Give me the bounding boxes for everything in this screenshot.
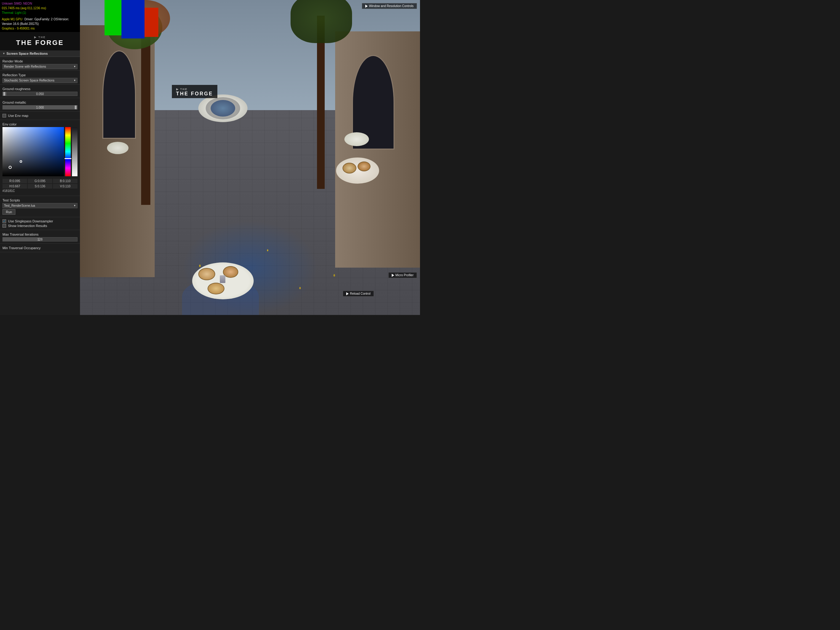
env-color-section: Env color (0, 120, 80, 196)
panel-header[interactable]: ▼ Screen Space Reflections (0, 51, 80, 57)
run-button[interactable]: Run (2, 209, 15, 215)
reflection-type-value: Stochastic Screen Space Reflections (4, 79, 54, 82)
reload-control-label: Reload Control (350, 292, 371, 295)
debug-ms: 015.7405 ms (avg 011.1236 ms) (2, 6, 78, 11)
ground-roughness-slider[interactable]: 0.050 (2, 92, 77, 96)
panel-title: Screen Space Reflections (6, 52, 48, 55)
panel-collapse-arrow: ▼ (2, 52, 5, 55)
debug-graphics-ms: Graphics - 9.459001 ms (2, 26, 78, 31)
main-viewport: ▶ THE THE FORGE (80, 0, 420, 315)
color-crosshair (20, 160, 22, 163)
ground-roughness-value: 0.050 (36, 92, 44, 96)
micro-profiler-label: Micro Profiler (395, 274, 414, 277)
play-icon-reload (346, 292, 349, 295)
debug-simd: Unkown SIMD: NEON (2, 1, 78, 6)
use-env-map-row: Use Env map (2, 114, 77, 117)
scene-background: ▶ THE THE FORGE (80, 0, 420, 315)
color-r-value: R:0.095 (2, 179, 27, 184)
building-right (335, 32, 420, 268)
window-resolution-button[interactable]: Window and Resolution Controls (362, 3, 417, 9)
test-script-dropdown[interactable]: Test_RenderScene.lua ▼ (2, 203, 77, 208)
blue-block (122, 0, 145, 38)
max-traversal-section: Max Traversal Iterations 128 (0, 230, 80, 244)
hue-indicator (65, 158, 71, 159)
use-singlepass-checkbox[interactable]: ✓ (2, 219, 6, 223)
tree-canopy-right (291, 0, 352, 43)
ground-roughness-label: Ground roughness (2, 87, 77, 91)
show-intersection-checkbox[interactable] (2, 224, 6, 228)
debug-info: Unkown SIMD: NEON 015.7405 ms (avg 011.1… (0, 0, 80, 32)
color-v-value: V:0.110 (53, 184, 77, 188)
min-traversal-label: Min Traversal Occupancy (2, 246, 77, 250)
scene-forge-logo: ▶ THE THE FORGE (172, 85, 217, 98)
play-icon-profiler (392, 274, 394, 277)
color-values-rgb: R:0.095 G:0.095 B:0.110 (2, 179, 77, 184)
max-traversal-label: Max Traversal Iterations (2, 233, 77, 236)
color-picker-container (2, 127, 77, 176)
logo-area: ▶ THE THE FORGE (0, 32, 80, 51)
ground-metallic-row: 1.000 (2, 105, 77, 109)
min-traversal-section: Min Traversal Occupancy (0, 244, 80, 252)
arch-left (103, 51, 136, 139)
left-panel: Unkown SIMD: NEON 015.7405 ms (avg 011.1… (0, 0, 80, 315)
max-traversal-value: 128 (38, 238, 43, 241)
use-env-map-section: Use Env map (0, 112, 80, 120)
color-square[interactable] (2, 127, 64, 176)
color-g-value: G:0.095 (28, 179, 52, 184)
checkboxes-section: ✓ Use Singlepass Downsampler Show Inters… (0, 217, 80, 230)
debug-gpu: Apple M1 GPU (2, 17, 22, 21)
color-picker: R:0.095 G:0.095 B:0.110 H:0.667 S:0.136 … (2, 127, 77, 195)
reflection-type-section: Reflection Type Stochastic Screen Space … (0, 71, 80, 85)
render-mode-arrow: ▼ (74, 65, 76, 68)
render-mode-section: Render Mode Render Scene with Reflection… (0, 57, 80, 71)
leaf-4: ⬮ (299, 287, 301, 290)
forge-logo: ▶ THE THE FORGE (16, 36, 64, 47)
test-script-value: Test_RenderScene.lua (4, 204, 35, 207)
env-color-label: Env color (2, 122, 77, 126)
red-block (145, 8, 158, 37)
show-intersection-label: Show Intersection Results (8, 224, 47, 228)
hue-strip[interactable] (65, 127, 71, 176)
table-bg-left (107, 142, 128, 154)
debug-color-blocks (104, 0, 158, 38)
render-mode-value: Render Scene with Reflections (4, 65, 46, 68)
reflection-type-dropdown[interactable]: Stochastic Screen Space Reflections ▼ (2, 78, 77, 83)
ground-roughness-row: 0.050 (2, 92, 77, 96)
reload-control-button[interactable]: Reload Control (343, 291, 374, 296)
reflection-type-label: Reflection Type (2, 73, 77, 77)
table-bg-right (344, 132, 369, 146)
table-front (192, 263, 254, 299)
color-values-hsv: H:0.667 S:0.136 V:0.110 (2, 184, 77, 188)
debug-thermal: Thermal: Light (1) (2, 11, 78, 15)
leaf-2: ⬮ (267, 249, 268, 252)
green-block (104, 0, 122, 35)
use-singlepass-row: ✓ Use Singlepass Downsampler (2, 219, 77, 223)
color-h-value: H:0.667 (2, 184, 27, 188)
max-traversal-slider[interactable]: 128 (2, 237, 77, 242)
alpha-strip[interactable] (72, 127, 77, 176)
play-icon-window (365, 5, 368, 8)
micro-profiler-button[interactable]: Micro Profiler (388, 272, 417, 278)
table-mid-right (336, 157, 379, 184)
test-script-arrow: ▼ (74, 204, 76, 207)
fountain (198, 95, 248, 122)
test-scripts-section: Test Scripts Test_RenderScene.lua ▼ Run (0, 196, 80, 217)
color-s-value: S:0.136 (28, 184, 52, 188)
test-scripts-label: Test Scripts (2, 198, 77, 202)
reflection-type-arrow: ▼ (74, 79, 76, 82)
ground-metallic-label: Ground metallic (2, 101, 77, 104)
use-env-map-checkbox[interactable] (2, 114, 6, 117)
render-mode-dropdown[interactable]: Render Scene with Reflections ▼ (2, 64, 77, 69)
color-b-value: B:0.110 (53, 179, 77, 184)
script-row: Test_RenderScene.lua ▼ (2, 203, 77, 208)
use-env-map-label: Use Env map (8, 114, 28, 117)
ground-metallic-section: Ground metallic 1.000 (0, 98, 80, 112)
show-intersection-row: Show Intersection Results (2, 224, 77, 228)
ground-metallic-slider[interactable]: 1.000 (2, 105, 77, 109)
leaf-1: ⬮ (199, 264, 201, 268)
ground-metallic-value: 1.000 (36, 106, 44, 109)
hex-value: #18181C (2, 188, 77, 193)
render-mode-label: Render Mode (2, 59, 77, 63)
color-selector-circle (9, 166, 12, 169)
window-resolution-label: Window and Resolution Controls (369, 4, 414, 8)
